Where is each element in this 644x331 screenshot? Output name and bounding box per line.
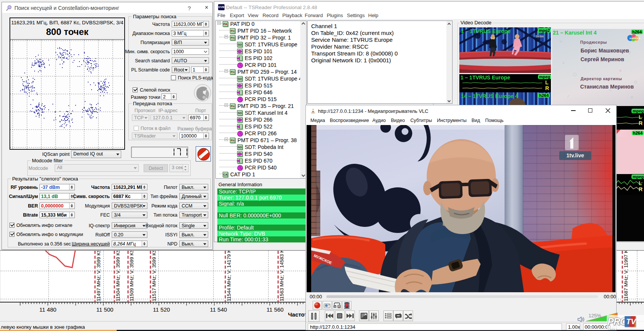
svg-text:11504 MHz; V; 3599 KS ;АС: 11504 MHz; V; 3599 KS ;АС bbox=[115, 241, 121, 301]
svg-text:B: B bbox=[339, 306, 340, 308]
svg-text:A: A bbox=[334, 306, 336, 308]
svg-text:11563 MHz; V; 14583 KS ;: 11563 MHz; V; 14583 KS ; bbox=[279, 244, 285, 301]
svg-text:11 540: 11 540 bbox=[210, 306, 227, 313]
svg-text:11509 MHz; V; 3599 KS ;АС: 11509 MHz; V; 3599 KS ;АС bbox=[129, 241, 134, 301]
svg-text:11517 MHz; V; 3599 KS ;АС: 11517 MHz; V; 3599 KS ;АС bbox=[151, 241, 157, 301]
svg-text:КАРУСЕЛЬ: КАРУСЕЛЬ bbox=[630, 37, 640, 40]
svg-text:11 520: 11 520 bbox=[153, 306, 170, 313]
svg-text:11544 MHz; V; 14179 KS ;: 11544 MHz; V; 14179 KS ; bbox=[226, 244, 232, 301]
svg-text:11 560: 11 560 bbox=[267, 306, 284, 313]
svg-text:11 500: 11 500 bbox=[97, 306, 114, 313]
svg-text:11687 MHz; V; 11997 KS ;: 11687 MHz; V; 11997 KS ; bbox=[623, 244, 629, 301]
svg-text:11 480: 11 480 bbox=[40, 306, 57, 313]
svg-text:11497 MHz; V; 3599 KS ;АС: 11497 MHz; V; 3599 KS ;АС bbox=[96, 241, 101, 301]
